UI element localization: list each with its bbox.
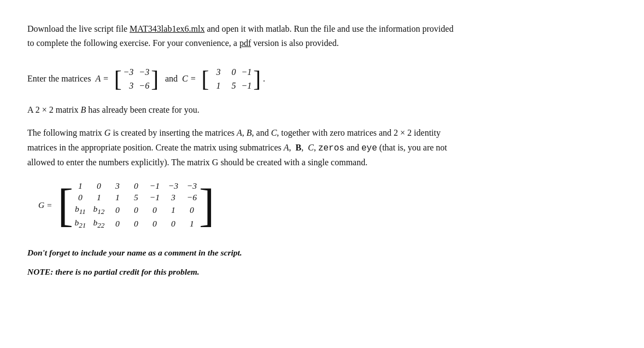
g-r4c3: 0 [112, 219, 124, 229]
intro-paragraph: Download the live script file MAT343lab1… [27, 22, 617, 50]
g-r4c5: 0 [149, 219, 161, 229]
g-r3c5: 0 [149, 205, 161, 215]
cell-a11: −3 [124, 66, 134, 78]
intro-line2: to complete the following exercise. For … [27, 38, 239, 48]
matrix-A-label: A = [95, 73, 108, 85]
matrix-C-label: C = [182, 73, 196, 85]
g-r3c1: b11 [74, 204, 86, 216]
g-r2c3: 1 [112, 193, 124, 202]
g-r1c7: −3 [186, 181, 198, 191]
matrix-B-text: A 2 × 2 matrix B has already been create… [27, 103, 617, 117]
and-label: and [165, 73, 178, 85]
matrix-A-wrapper: [ −3 −3 3 −6 ] [114, 66, 159, 92]
cell-c23: −1 [241, 80, 251, 92]
g-r1c5: −1 [149, 181, 161, 191]
matrix-A-content: −3 −3 3 −6 [124, 66, 150, 92]
sub-22: 22 [97, 221, 104, 229]
sub-11: 11 [79, 207, 86, 216]
cell-c11: 3 [210, 66, 220, 78]
mlx-link[interactable]: MAT343lab1ex6.mlx [130, 24, 204, 33]
g-r1c3: 3 [112, 181, 124, 191]
cell-c22: 5 [226, 80, 236, 92]
matrices-section: Enter the matrices A = [ −3 −3 3 −6 ] an… [27, 66, 617, 92]
g-r4c4: 0 [130, 219, 142, 229]
intro-line1-before: Download the live script file [27, 24, 130, 33]
g-r2c2: 1 [93, 193, 105, 202]
matrix-G-bracket-left: [ [58, 182, 73, 229]
intro-line2-after: version is also provided. [251, 38, 338, 48]
g-r4c6: 0 [167, 219, 179, 229]
description-paragraph: The following matrix G is created by ins… [27, 126, 617, 170]
g-r1c2: 0 [93, 181, 105, 191]
g-r2c4: 5 [130, 193, 142, 202]
g-r4c1: b21 [74, 218, 86, 230]
cell-a21: 3 [124, 80, 134, 92]
note1-text: Don't forget to include your name as a c… [27, 246, 617, 259]
sub-21: 21 [79, 221, 86, 229]
matrix-C-content: 3 0 −1 1 5 −1 [210, 66, 251, 92]
matrix-C-bracket-right: ] [253, 68, 261, 91]
period: . [263, 73, 265, 85]
g-r1c4: 0 [130, 181, 142, 191]
g-r1c6: −3 [167, 181, 179, 191]
note-section: Don't forget to include your name as a c… [27, 246, 617, 279]
matrix-A-bracket-right: ] [151, 68, 159, 91]
g-r2c6: 3 [167, 193, 179, 202]
matrix-A-bracket-left: [ [114, 68, 122, 91]
note2-text: NOTE: there is no partial credit for thi… [27, 265, 617, 278]
cell-c21: 1 [210, 80, 220, 92]
matrices-intro-label: Enter the matrices [27, 73, 91, 85]
intro-line1-after: and open it with matlab. Run the file an… [204, 24, 453, 33]
g-r2c7: −6 [186, 193, 198, 202]
g-r1c1: 1 [74, 181, 86, 191]
g-r2c1: 0 [74, 193, 86, 202]
g-r3c3: 0 [112, 205, 124, 215]
matrix-G-label: G = [38, 200, 52, 210]
sub-12: 12 [97, 207, 104, 216]
cell-a22: −6 [139, 80, 149, 92]
matrix-G-bracket-right: ] [199, 182, 214, 229]
g-r4c7: 1 [186, 219, 198, 229]
cell-c13: −1 [241, 66, 251, 78]
g-r2c5: −1 [149, 193, 161, 202]
g-r3c6: 1 [167, 205, 179, 215]
matrix-G-content: 1 0 3 0 −1 −3 −3 0 1 1 5 −1 3 −6 b11 b12… [74, 181, 198, 230]
pdf-link[interactable]: pdf [239, 38, 251, 48]
matrix-C-bracket-left: [ [202, 68, 209, 91]
g-r3c4: 0 [130, 205, 142, 215]
g-r3c7: 0 [186, 205, 198, 215]
g-r3c2: b12 [93, 204, 105, 216]
matrix-C-wrapper: [ 3 0 −1 1 5 −1 ] [202, 66, 261, 92]
cell-c12: 0 [226, 66, 236, 78]
cell-a12: −3 [139, 66, 149, 78]
g-r4c2: b22 [93, 218, 105, 230]
matrix-G-section: G = [ 1 0 3 0 −1 −3 −3 0 1 1 5 −1 3 −6 b… [38, 181, 617, 230]
